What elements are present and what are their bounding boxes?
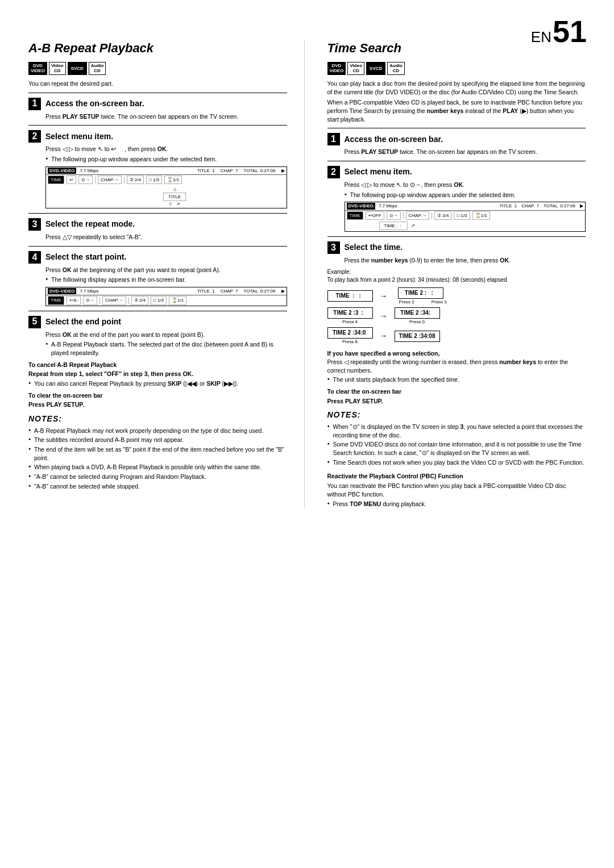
en-label: EN (531, 27, 551, 47)
right-step1-header: 1 Access the on-screen bar. (327, 133, 586, 145)
left-title: A-B Repeat Playback (28, 40, 287, 57)
left-badges: DVDVIDEO VideoCD SVCD AudioCD (28, 62, 287, 75)
step4-number: 4 (28, 251, 41, 264)
step3-body: Press △▽ repeatedly to select "A-B". (28, 233, 287, 241)
right-step2-body: Press ◁ ▷ to move ↖ to ⊙→, then press OK… (327, 181, 586, 232)
badge-video-cd: VideoCD (49, 62, 66, 75)
if-wrong-section: If you have specified a wrong selection,… (327, 349, 586, 384)
right-step1-number: 1 (327, 133, 340, 145)
right-step3-title: Select the time. (345, 242, 403, 253)
right-column: Time Search DVDVIDEO VideoCD SVCD AudioC… (322, 40, 586, 509)
to-cancel-section: To cancel A-B Repeat Playback Repeat fro… (28, 361, 287, 388)
time-row-3: TIME 2 :34:0 Press 8 → TIME 2 :34:08 (327, 327, 586, 345)
right-step2-title: Select menu item. (345, 166, 412, 178)
step1-header: 1 Access the on-screen bar. (28, 98, 287, 110)
right-badges: DVDVIDEO VideoCD SVCD AudioCD (327, 62, 586, 75)
reactivate-section: Reactivate the Playback Control (PBC) Fu… (327, 472, 586, 508)
badge-dvd-video-r: DVDVIDEO (327, 62, 346, 75)
step1-number: 1 (28, 98, 41, 110)
step3-number: 3 (28, 218, 41, 231)
time-row-1: TIME : : → TIME 2 : : Press 2 Press 3 (327, 287, 586, 305)
page: EN 51 A-B Repeat Playback DVDVIDEO Video… (0, 0, 614, 868)
page-number: 51 (553, 16, 587, 47)
badge-audio-cd-r: AudioCD (387, 62, 405, 75)
to-clear-right: To clear the on-screen bar Press PLAY SE… (327, 387, 586, 405)
step3-title: Select the repeat mode. (45, 219, 135, 230)
badge-svcd: SVCD (68, 62, 87, 75)
right-intro1: You can play back a disc from the desire… (327, 80, 586, 96)
right-step2-header: 2 Select menu item. (327, 166, 586, 178)
right-intro2: When a PBC-compatible Video CD is played… (327, 98, 586, 123)
onscreen-bar-1: DVD-VIDEO 7.7 Mbps TITLE 1 CHAP 7 TOTAL … (45, 166, 287, 208)
right-step3-number: 3 (327, 241, 340, 254)
step1-body: Press PLAY SETUP twice. The on-screen ba… (28, 112, 287, 121)
step2-body: Press ◁ ▷ to move ↖ to ↩ , then press OK… (28, 145, 287, 208)
step5-body: Press OK at the end of the part you want… (28, 331, 287, 357)
step2-header: 2 Select menu item. (28, 130, 287, 143)
step3-header: 3 Select the repeat mode. (28, 218, 287, 231)
badge-svcd-r: SVCD (366, 62, 385, 75)
onscreen-bar-right: DVD-VIDEO 7.7 Mbps TITLE 1 CHAP 7 TOTAL … (345, 202, 586, 232)
notes-left: NOTES: A-B Repeat Playback may not work … (28, 414, 287, 490)
step5-title: Select the end point (45, 316, 121, 328)
step4-body: Press OK at the beginning of the part yo… (28, 266, 287, 306)
onscreen-bar-2: DVD-VIDEO 7.7 Mbps TITLE 1 CHAP 7 TOTAL … (45, 287, 287, 306)
right-step2-number: 2 (327, 166, 340, 178)
step4-header: 4 Select the start point. (28, 251, 287, 264)
right-step1-body: Press PLAY SETUP twice. The on-screen ba… (327, 148, 586, 156)
step2-title: Select menu item. (45, 131, 113, 143)
step2-number: 2 (28, 130, 41, 143)
notes-right: NOTES: When "⊙" is displayed on the TV s… (327, 410, 586, 466)
time-row-2: TIME 2 :3 : Press 4 → TIME 2 :34: Press … (327, 307, 586, 325)
left-intro: You can repeat the desired part. (28, 80, 287, 88)
right-step3-body: Press the number keys (0-9) to enter the… (327, 256, 586, 265)
right-step1-title: Access the on-screen bar. (345, 134, 443, 145)
badge-audio-cd: AudioCD (89, 62, 106, 75)
step4-title: Select the start point. (45, 252, 126, 263)
step1-title: Access the on-screen bar. (45, 98, 144, 110)
time-example: Example: To play back from a point 2 (ho… (327, 268, 586, 345)
left-column: A-B Repeat Playback DVDVIDEO VideoCD SVC… (28, 40, 305, 509)
badge-dvd-video: DVDVIDEO (28, 62, 47, 75)
to-clear-section-left: To clear the on-screen bar Press PLAY SE… (28, 391, 287, 409)
step5-header: 5 Select the end point (28, 316, 287, 328)
badge-video-cd-r: VideoCD (347, 62, 364, 75)
right-step3-header: 3 Select the time. (327, 241, 586, 254)
step5-number: 5 (28, 316, 41, 328)
